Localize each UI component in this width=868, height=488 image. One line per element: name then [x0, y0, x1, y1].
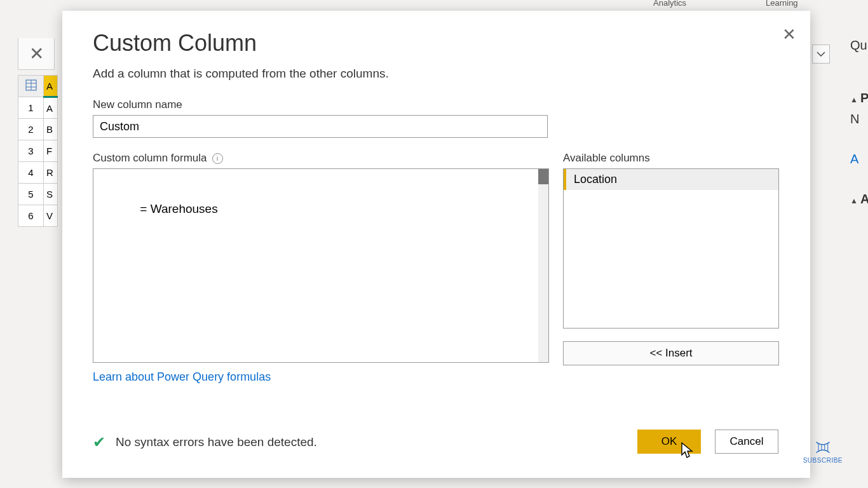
available-columns-label: Available columns: [563, 152, 780, 165]
new-column-name-label: New column name: [93, 98, 780, 111]
dialog-close-button[interactable]: ✕: [782, 26, 796, 43]
name-label: N: [850, 112, 868, 126]
checkmark-icon: ✔: [93, 433, 105, 451]
dialog-subtitle: Add a column that is computed from the o…: [93, 67, 780, 81]
scrollbar[interactable]: [538, 169, 548, 362]
table-row[interactable]: 6V: [18, 205, 58, 227]
subscribe-watermark: SUBSCRIBE: [803, 440, 843, 464]
custom-column-dialog: ✕ Custom Column Add a column that is com…: [62, 11, 810, 478]
close-icon: ✕: [782, 25, 796, 44]
new-column-name-input[interactable]: [93, 115, 548, 138]
formula-text: = Warehouses: [140, 202, 217, 215]
close-icon: ✕: [29, 43, 44, 64]
cancel-button[interactable]: Cancel: [715, 430, 778, 454]
insert-button[interactable]: << Insert: [563, 341, 779, 365]
available-column-item[interactable]: Location: [564, 169, 778, 190]
table-row[interactable]: 5S: [18, 184, 58, 205]
dna-icon: [814, 440, 832, 454]
all-properties-link[interactable]: A: [850, 152, 868, 166]
formula-label: Custom column formula i: [93, 152, 549, 165]
info-icon[interactable]: i: [212, 153, 223, 164]
formula-input[interactable]: = Warehouses: [93, 168, 549, 363]
available-columns-list[interactable]: Location: [563, 168, 779, 329]
status-text: No syntax errors have been detected.: [116, 435, 317, 449]
table-row[interactable]: 1A: [18, 97, 58, 119]
ribbon-group-learning: Learning: [766, 0, 798, 8]
app-window: Analytics Learning ✕ A 1A 2B 3F 4R 5S 6V: [0, 0, 868, 488]
properties-section[interactable]: ▲P: [850, 91, 868, 105]
table-corner-cell[interactable]: [18, 76, 44, 97]
background-data-table: A 1A 2B 3F 4R 5S 6V: [18, 75, 58, 227]
right-panel: Qu ▲P N A ▲A: [850, 38, 868, 213]
dialog-title: Custom Column: [93, 30, 780, 57]
table-row[interactable]: 2B: [18, 119, 58, 140]
formula-bar-close[interactable]: ✕: [18, 38, 55, 70]
ribbon-group-analytics: Analytics: [653, 0, 686, 8]
queries-panel-title: Qu: [850, 38, 868, 53]
chevron-down-icon: [817, 51, 825, 57]
scrollbar-thumb[interactable]: [538, 169, 548, 184]
learn-more-link[interactable]: Learn about Power Query formulas: [93, 370, 271, 384]
ok-button[interactable]: OK: [637, 430, 701, 454]
applied-steps-section[interactable]: ▲A: [850, 192, 868, 207]
column-header[interactable]: A: [44, 76, 58, 97]
validation-status: ✔ No syntax errors have been detected.: [93, 433, 317, 451]
table-row[interactable]: 3F: [18, 140, 58, 162]
table-icon: [25, 79, 37, 91]
table-row[interactable]: 4R: [18, 162, 58, 184]
subscribe-label: SUBSCRIBE: [803, 457, 843, 464]
formula-bar-expand[interactable]: [812, 44, 830, 64]
